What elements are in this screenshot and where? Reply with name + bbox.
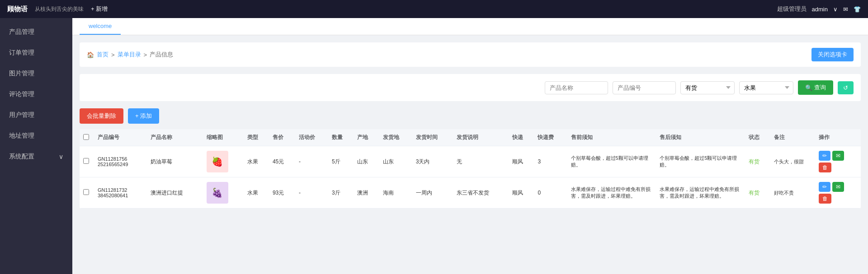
search-icon: 🔍: [805, 84, 812, 91]
reset-button[interactable]: ↺: [838, 81, 854, 94]
sidebar-item-address[interactable]: 地址管理: [0, 125, 72, 146]
cell-price: 93元: [269, 177, 295, 209]
breadcrumb-left: 🏠 首页 > 菜单目录 > 产品信息: [87, 51, 173, 59]
search-button[interactable]: 🔍 查询: [798, 80, 833, 95]
breadcrumb-current: 产品信息: [150, 51, 173, 59]
cell-ship-from: 海南: [379, 177, 412, 209]
row-checkbox[interactable]: [83, 158, 89, 164]
add-button[interactable]: + 新增: [91, 5, 108, 13]
cell-pre-sale: 个别草莓会酸，超过5颗可以申请理赔。: [567, 146, 656, 177]
th-activity-price: 活动价: [295, 129, 328, 146]
cell-thumbnail: 🍓: [203, 146, 244, 177]
th-status: 状态: [745, 129, 770, 146]
delete-button[interactable]: 🗑: [819, 194, 831, 204]
delete-button[interactable]: 🗑: [819, 163, 831, 172]
edit-button[interactable]: ✏: [819, 182, 830, 192]
th-express: 快递: [509, 129, 534, 146]
cell-product-code: GN11281732 38452080641: [94, 177, 147, 209]
cell-checkbox: [80, 146, 94, 177]
admin-label: 超级管理员: [777, 5, 807, 13]
th-remark: 备注: [770, 129, 815, 146]
operation-buttons: ✏ ✉ 🗑: [819, 182, 857, 204]
breadcrumb-home[interactable]: 首页: [97, 51, 108, 59]
batch-delete-button[interactable]: 会批量删除: [80, 108, 123, 124]
cell-remark: 个头大，很甜: [770, 146, 815, 177]
table-row: GN11281756 25216565249 奶油草莓 🍓 水果 45元 - 5…: [80, 146, 861, 177]
category-select[interactable]: 水果 蔬菜: [739, 81, 793, 94]
breadcrumb: 🏠 首页 > 菜单目录 > 产品信息 关闭选项卡: [80, 42, 861, 67]
sidebar-item-system[interactable]: 系统配置 ∨: [0, 146, 72, 167]
th-ship-desc: 发货说明: [453, 129, 509, 146]
op-row-2: 🗑: [819, 194, 857, 204]
add-product-button[interactable]: + 添加: [128, 108, 159, 124]
th-origin: 产地: [354, 129, 379, 146]
cell-product-name: 奶油草莓: [147, 146, 203, 177]
top-nav: 顾物语 从枝头到舌尖的美味 + 新增 超级管理员 admin ∨ ✉ 👕: [0, 0, 868, 18]
sidebar-item-product[interactable]: 产品管理: [0, 22, 72, 42]
sidebar-item-order[interactable]: 订单管理: [0, 42, 72, 63]
th-type: 类型: [244, 129, 269, 146]
cell-express-fee: 0: [534, 177, 567, 209]
cell-status: 有货: [745, 146, 770, 177]
op-row-1: ✏ ✉: [819, 182, 857, 192]
th-express-fee: 快递费: [534, 129, 567, 146]
home-icon: 🏠: [87, 51, 94, 58]
cell-after-sale: 个别草莓会酸，超过5颗可以申请理赔。: [656, 146, 745, 177]
cell-quantity: 3斤: [328, 177, 354, 209]
select-all-checkbox[interactable]: [83, 134, 89, 140]
op-row-2: 🗑: [819, 163, 857, 172]
top-nav-right: 超级管理员 admin ∨ ✉ 👕: [777, 5, 861, 13]
breadcrumb-sep1: >: [111, 51, 115, 58]
edit-button[interactable]: ✏: [819, 151, 830, 161]
brand-name: 顾物语: [7, 5, 28, 14]
row-checkbox[interactable]: [83, 189, 89, 195]
th-checkbox: [80, 129, 94, 146]
th-quantity: 数量: [328, 129, 354, 146]
th-operation: 操作: [815, 129, 861, 146]
breadcrumb-sep2: >: [144, 51, 147, 58]
product-table-wrapper: 产品编号 产品名称 缩略图 类型 售价 活动价 数量 产地 发货地 发货时间 发…: [80, 129, 861, 209]
cell-express: 顺风: [509, 146, 534, 177]
thumbnail-image: 🍓: [207, 151, 228, 172]
close-tab-button[interactable]: 关闭选项卡: [811, 48, 854, 61]
product-table: 产品编号 产品名称 缩略图 类型 售价 活动价 数量 产地 发货地 发货时间 发…: [80, 129, 861, 209]
page-body: 🏠 首页 > 菜单目录 > 产品信息 关闭选项卡 有货 无货: [72, 35, 868, 216]
cell-type: 水果: [244, 146, 269, 177]
op-row-1: ✏ ✉: [819, 151, 857, 161]
mail-button[interactable]: ✉: [832, 182, 844, 192]
th-pre-sale: 售前须知: [567, 129, 656, 146]
sidebar-item-comment[interactable]: 评论管理: [0, 84, 72, 105]
sidebar-item-image[interactable]: 图片管理: [0, 63, 72, 84]
th-thumbnail: 缩略图: [203, 129, 244, 146]
cell-origin: 澳洲: [354, 177, 379, 209]
cell-ship-time: 3天内: [412, 146, 453, 177]
product-code-input[interactable]: [613, 81, 676, 94]
th-product-name: 产品名称: [147, 129, 203, 146]
product-name-input[interactable]: [545, 81, 608, 94]
thumbnail-image: 🍇: [207, 182, 228, 204]
th-price: 售价: [269, 129, 295, 146]
mail-icon[interactable]: ✉: [843, 6, 848, 13]
user-icon[interactable]: 👕: [854, 6, 861, 13]
cell-pre-sale: 水果难保存，运输过程中难免有所损害，需及时跟进，坏果理赔。: [567, 177, 656, 209]
cell-operations: ✏ ✉ 🗑: [815, 146, 861, 177]
cell-ship-desc: 无: [453, 146, 509, 177]
cell-product-name: 澳洲进口红提: [147, 177, 203, 209]
admin-chevron: ∨: [833, 6, 838, 13]
cell-checkbox: [80, 177, 94, 209]
sidebar-item-user[interactable]: 用户管理: [0, 105, 72, 125]
cell-remark: 好吃不贵: [770, 177, 815, 209]
chevron-down-icon: ∨: [59, 153, 63, 160]
cell-type: 水果: [244, 177, 269, 209]
table-header-row: 产品编号 产品名称 缩略图 类型 售价 活动价 数量 产地 发货地 发货时间 发…: [80, 129, 861, 146]
cell-ship-desc: 东三省不发货: [453, 177, 509, 209]
cell-ship-from: 山东: [379, 146, 412, 177]
mail-button[interactable]: ✉: [832, 151, 844, 161]
status-select[interactable]: 有货 无货: [680, 81, 735, 94]
admin-name: admin: [812, 6, 828, 13]
cell-operations: ✏ ✉ 🗑: [815, 177, 861, 209]
table-row: GN11281732 38452080641 澳洲进口红提 🍇 水果 93元 -…: [80, 177, 861, 209]
tab-welcome[interactable]: welcome: [80, 18, 121, 35]
cell-origin: 山东: [354, 146, 379, 177]
breadcrumb-menu[interactable]: 菜单目录: [118, 51, 141, 59]
